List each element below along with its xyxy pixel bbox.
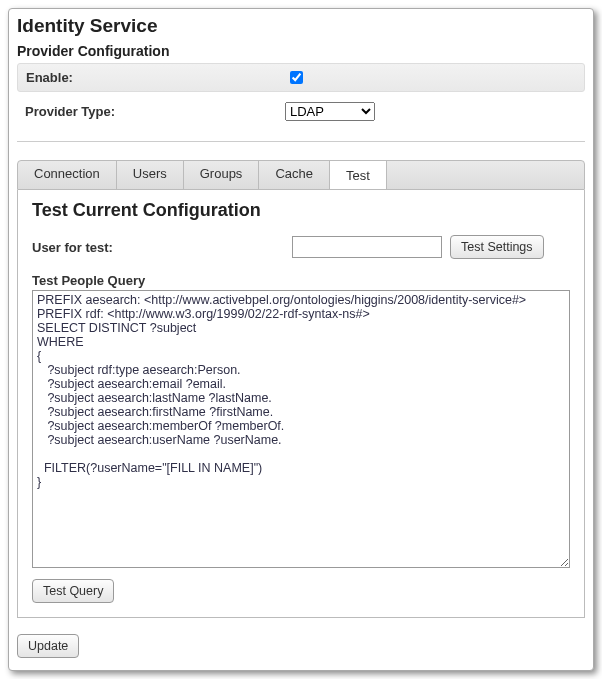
enable-row: Enable: (17, 63, 585, 92)
update-button[interactable]: Update (17, 634, 79, 658)
tab-strip: Connection Users Groups Cache Test (17, 160, 585, 190)
test-tab-panel: Test Current Configuration User for test… (17, 190, 585, 618)
test-heading: Test Current Configuration (32, 200, 570, 221)
test-query-button[interactable]: Test Query (32, 579, 114, 603)
provider-type-select[interactable]: LDAP (285, 102, 375, 121)
test-settings-button[interactable]: Test Settings (450, 235, 544, 259)
enable-label: Enable: (26, 70, 286, 85)
test-people-query-label: Test People Query (32, 273, 570, 288)
tab-connection[interactable]: Connection (18, 160, 117, 189)
user-for-test-row: User for test: Test Settings (32, 235, 570, 259)
user-for-test-label: User for test: (32, 240, 292, 255)
section-subtitle: Provider Configuration (17, 43, 585, 59)
divider (17, 141, 585, 142)
user-for-test-input[interactable] (292, 236, 442, 258)
page-title: Identity Service (17, 15, 585, 37)
enable-checkbox[interactable] (290, 71, 303, 84)
tab-cache[interactable]: Cache (259, 160, 330, 189)
tab-groups[interactable]: Groups (184, 160, 260, 189)
identity-service-panel: Identity Service Provider Configuration … (8, 8, 594, 671)
tab-test[interactable]: Test (330, 160, 387, 190)
provider-type-label: Provider Type: (25, 104, 285, 119)
tab-users[interactable]: Users (117, 160, 184, 189)
provider-type-row: Provider Type: LDAP (17, 98, 585, 131)
test-people-query-textarea[interactable] (32, 290, 570, 568)
